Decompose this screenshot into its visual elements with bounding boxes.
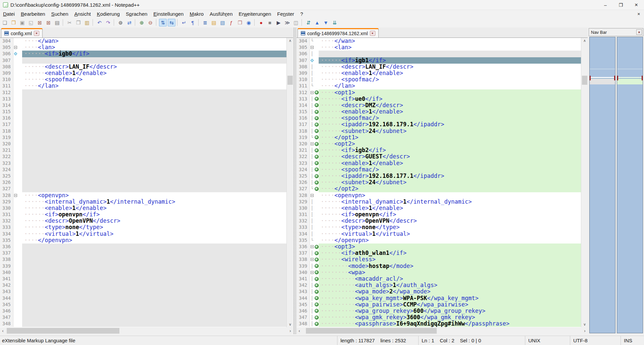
- function-icon[interactable]: ƒ: [227, 19, 235, 26]
- pane-splitter[interactable]: [293, 27, 297, 334]
- compare-icon[interactable]: ⇵: [305, 19, 312, 26]
- code-text[interactable]: ······<if>igb0</if>: [22, 51, 286, 57]
- scroll-left-icon[interactable]: ‹: [0, 327, 6, 334]
- fold-margin[interactable]: │: [310, 147, 314, 153]
- code-text[interactable]: [22, 141, 286, 147]
- fold-margin[interactable]: │: [310, 231, 314, 237]
- left-editor-rows[interactable]: 304····</wan>305····<lan>306······<if>ig…: [0, 38, 286, 327]
- fold-margin[interactable]: [13, 186, 18, 192]
- left-vertical-scrollbar[interactable]: ∧ ∨: [286, 38, 293, 327]
- fold-margin[interactable]: │: [310, 295, 314, 301]
- fold-margin[interactable]: [13, 70, 18, 76]
- fold-margin[interactable]: [13, 128, 18, 134]
- right-vertical-scrollbar[interactable]: ∧ ∨: [581, 38, 588, 327]
- fold-margin[interactable]: │: [310, 288, 314, 295]
- code-text[interactable]: ······<spoofmac/>: [319, 76, 581, 83]
- play-macro-multiple-icon[interactable]: ≫: [283, 19, 291, 26]
- fold-margin[interactable]: [13, 211, 18, 218]
- code-text[interactable]: ····</opt1>: [319, 134, 581, 141]
- scroll-up-icon[interactable]: ∧: [287, 38, 293, 44]
- code-text[interactable]: ······<spoofmac/>: [22, 76, 286, 83]
- code-text[interactable]: [22, 244, 286, 250]
- tab-close-icon[interactable]: ×: [370, 31, 375, 36]
- folder-as-workspace-icon[interactable]: ❒: [236, 19, 244, 26]
- code-text[interactable]: [22, 301, 286, 308]
- redo-icon[interactable]: ↷: [104, 19, 112, 26]
- code-text[interactable]: ··········<passphrase>I6+9aqXndigqZpg#ih…: [319, 321, 581, 327]
- code-text[interactable]: ······<enable>1</enable>: [319, 109, 581, 115]
- fold-margin[interactable]: [13, 231, 18, 237]
- scrollbar-thumb[interactable]: [287, 76, 293, 85]
- fold-margin[interactable]: │: [310, 199, 314, 205]
- code-text[interactable]: ····</wan>: [319, 38, 581, 44]
- code-text[interactable]: ······<if>igb1</if>: [319, 57, 581, 64]
- code-text[interactable]: ······<if>igb2</if>: [319, 147, 581, 153]
- code-text[interactable]: [22, 173, 286, 179]
- fold-collapse-icon[interactable]: [311, 142, 314, 145]
- code-text[interactable]: ··········<macaddr_acl/>: [319, 276, 581, 282]
- code-text[interactable]: ····</openvpn>: [22, 237, 286, 244]
- print-icon[interactable]: ▤: [53, 19, 61, 26]
- code-text[interactable]: [22, 121, 286, 128]
- code-text[interactable]: ······<virtual>1</virtual>: [319, 231, 581, 237]
- left-horizontal-scrollbar[interactable]: ‹ ›: [0, 327, 293, 334]
- fold-margin[interactable]: │: [310, 224, 314, 230]
- fold-margin[interactable]: [310, 141, 314, 147]
- fold-margin[interactable]: [13, 57, 18, 64]
- fold-margin[interactable]: [13, 121, 18, 128]
- fold-margin[interactable]: │: [310, 128, 314, 134]
- navbar-right-file-map[interactable]: [617, 37, 643, 333]
- fold-margin[interactable]: [13, 173, 18, 179]
- code-text[interactable]: ······<ipaddr>192.168.177.1</ipaddr>: [319, 173, 581, 179]
- code-text[interactable]: ······<if>ue0</if>: [319, 96, 581, 102]
- close-button[interactable]: ×: [629, 0, 644, 10]
- new-file-icon[interactable]: ❑: [1, 19, 9, 26]
- code-text[interactable]: ··········<wpa_pairwise>CCMP</wpa_pairwi…: [319, 301, 581, 308]
- fold-margin[interactable]: [13, 205, 18, 211]
- indent-guide-icon[interactable]: ≣: [201, 19, 209, 26]
- code-text[interactable]: ······<type>none</type>: [22, 224, 286, 230]
- code-text[interactable]: ······<enable>1</enable>: [319, 70, 581, 76]
- fold-margin[interactable]: [310, 89, 314, 96]
- code-text[interactable]: ····<openvpn>: [22, 192, 286, 199]
- last-diff-icon[interactable]: ⇊: [331, 19, 338, 26]
- left-editor-pane[interactable]: 304····</wan>305····<lan>306······<if>ig…: [0, 38, 293, 327]
- fold-margin[interactable]: [13, 288, 18, 295]
- nav-bar-close-icon[interactable]: ×: [636, 29, 642, 35]
- minimize-button[interactable]: –: [598, 0, 613, 10]
- fold-margin[interactable]: └: [310, 134, 314, 141]
- fold-margin[interactable]: [13, 96, 18, 102]
- fold-margin[interactable]: [13, 224, 18, 230]
- menu-item-fenster[interactable]: Fenster: [274, 11, 297, 17]
- code-text[interactable]: [22, 179, 286, 186]
- fold-margin[interactable]: │: [310, 282, 314, 288]
- fold-margin[interactable]: └: [310, 83, 314, 89]
- fold-margin[interactable]: [13, 134, 18, 141]
- fold-margin[interactable]: [13, 64, 18, 70]
- code-text[interactable]: [22, 57, 286, 64]
- fold-margin[interactable]: │: [310, 115, 314, 121]
- show-all-characters-icon[interactable]: ¶: [189, 19, 197, 26]
- fold-margin[interactable]: [310, 244, 314, 250]
- code-text[interactable]: ····<lan>: [22, 44, 286, 51]
- code-text[interactable]: [22, 109, 286, 115]
- status-encoding[interactable]: UTF-8: [570, 336, 621, 345]
- fold-margin[interactable]: [13, 263, 18, 269]
- code-text[interactable]: [22, 128, 286, 134]
- save-file-icon[interactable]: ▣: [18, 19, 26, 26]
- function-list-icon[interactable]: ▤: [210, 19, 218, 26]
- code-text[interactable]: [22, 256, 286, 263]
- save-macro-icon[interactable]: ◫: [292, 19, 300, 26]
- fold-margin[interactable]: │: [310, 51, 314, 57]
- code-text[interactable]: ······<subnet>24</subnet>: [319, 179, 581, 186]
- previous-diff-icon[interactable]: ▲: [313, 19, 321, 26]
- code-text[interactable]: ····</lan>: [319, 83, 581, 89]
- fold-margin[interactable]: │: [310, 276, 314, 282]
- fold-margin[interactable]: └: [310, 186, 314, 192]
- fold-margin[interactable]: └: [310, 237, 314, 244]
- fold-margin[interactable]: │: [310, 121, 314, 128]
- code-text[interactable]: ··········<wpa_mode>2</wpa_mode>: [319, 288, 581, 295]
- fold-collapse-icon[interactable]: [311, 91, 314, 94]
- fold-margin[interactable]: [13, 109, 18, 115]
- code-text[interactable]: [22, 276, 286, 282]
